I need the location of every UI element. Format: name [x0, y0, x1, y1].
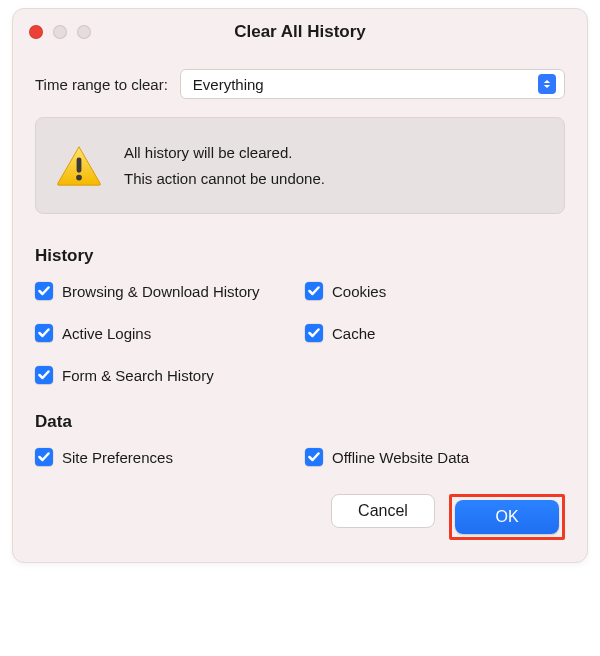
select-arrows-icon [538, 74, 556, 94]
checkbox-active-logins[interactable]: Active Logins [35, 324, 295, 342]
checkbox-cookies[interactable]: Cookies [305, 282, 565, 300]
checkbox-label: Offline Website Data [332, 449, 469, 466]
checkmark-icon [35, 448, 53, 466]
time-range-label: Time range to clear: [35, 76, 168, 93]
button-row: Cancel OK [35, 494, 565, 540]
time-range-value: Everything [193, 76, 264, 93]
dialog-content: Time range to clear: Everything [13, 55, 587, 562]
checkbox-offline-website-data[interactable]: Offline Website Data [305, 448, 565, 466]
warning-triangle-icon [56, 144, 102, 188]
svg-rect-0 [77, 157, 82, 172]
checkmark-icon [305, 324, 323, 342]
clear-history-dialog: Clear All History Time range to clear: E… [12, 8, 588, 563]
checkmark-icon [305, 282, 323, 300]
data-heading: Data [35, 412, 565, 432]
history-options-grid: Browsing & Download History Cookies Acti… [35, 282, 565, 384]
warning-line-2: This action cannot be undone. [124, 166, 325, 192]
checkbox-browsing-download-history[interactable]: Browsing & Download History [35, 282, 295, 300]
checkbox-site-preferences[interactable]: Site Preferences [35, 448, 295, 466]
warning-box: All history will be cleared. This action… [35, 117, 565, 214]
close-window-button[interactable] [29, 25, 43, 39]
svg-point-1 [76, 174, 82, 180]
checkbox-cache[interactable]: Cache [305, 324, 565, 342]
checkmark-icon [305, 448, 323, 466]
checkbox-label: Active Logins [62, 325, 151, 342]
checkbox-form-search-history[interactable]: Form & Search History [35, 366, 295, 384]
time-range-select[interactable]: Everything [180, 69, 565, 99]
time-range-row: Time range to clear: Everything [35, 69, 565, 99]
titlebar: Clear All History [13, 9, 587, 55]
checkbox-label: Cache [332, 325, 375, 342]
checkbox-label: Site Preferences [62, 449, 173, 466]
minimize-window-button[interactable] [53, 25, 67, 39]
cancel-button[interactable]: Cancel [331, 494, 435, 528]
window-controls [29, 25, 91, 39]
maximize-window-button[interactable] [77, 25, 91, 39]
checkbox-label: Form & Search History [62, 367, 214, 384]
history-heading: History [35, 246, 565, 266]
ok-button-highlight: OK [449, 494, 565, 540]
checkmark-icon [35, 366, 53, 384]
ok-button[interactable]: OK [455, 500, 559, 534]
warning-line-1: All history will be cleared. [124, 140, 325, 166]
data-options-grid: Site Preferences Offline Website Data [35, 448, 565, 466]
dialog-title: Clear All History [234, 22, 366, 42]
checkbox-label: Cookies [332, 283, 386, 300]
warning-text: All history will be cleared. This action… [124, 140, 325, 191]
checkbox-label: Browsing & Download History [62, 283, 260, 300]
checkmark-icon [35, 324, 53, 342]
checkmark-icon [35, 282, 53, 300]
